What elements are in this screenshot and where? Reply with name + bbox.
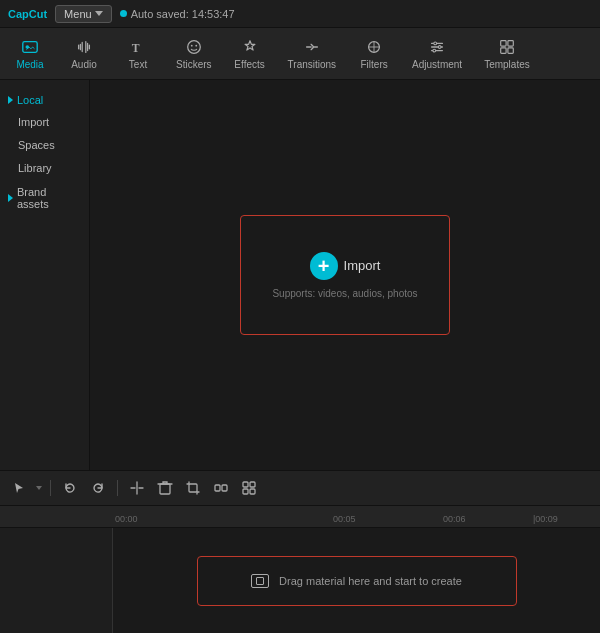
toolbar-item-adjustment[interactable]: Adjustment (402, 33, 472, 74)
svg-rect-16 (215, 485, 220, 491)
toolbar-item-effects[interactable]: Effects (224, 33, 276, 74)
app-logo: CapCut (8, 8, 47, 20)
local-section-label: Local (17, 94, 43, 106)
split-button[interactable] (126, 477, 148, 499)
menu-button[interactable]: Menu (55, 5, 112, 23)
transitions-label: Transitions (288, 59, 337, 70)
media-drop-area: + Import Supports: videos, audios, photo… (90, 80, 600, 470)
svg-rect-15 (189, 484, 197, 492)
ruler-marks: 00:00 00:05 00:06 |00:09 (113, 506, 600, 527)
menu-chevron-icon (95, 11, 103, 16)
svg-rect-14 (160, 484, 170, 494)
auto-save-indicator: Auto saved: 14:53:47 (120, 8, 235, 20)
text-icon: T (128, 37, 148, 57)
drag-material-icon (251, 574, 269, 588)
filters-icon (364, 37, 384, 57)
svg-point-4 (191, 45, 193, 47)
ruler-mark-2: 00:06 (443, 514, 466, 524)
ruler-mark-3: |00:09 (533, 514, 558, 524)
toolbar-item-stickers[interactable]: Stickers (166, 33, 222, 74)
main-toolbar: Media Audio T Text Stickers (0, 28, 600, 80)
sidebar-local-section: Local Import Spaces Library (0, 88, 89, 182)
local-chevron-icon (8, 96, 13, 104)
timeline-body: Drag material here and start to create (0, 528, 600, 633)
svg-rect-17 (222, 485, 227, 491)
svg-rect-21 (250, 489, 255, 494)
delete-clip-button[interactable] (154, 477, 176, 499)
import-icon-row: + Import (310, 252, 381, 280)
stickers-icon (184, 37, 204, 57)
import-plus-icon: + (310, 252, 338, 280)
title-bar: CapCut Menu Auto saved: 14:53:47 (0, 0, 600, 28)
svg-rect-11 (508, 41, 513, 46)
toolbar-item-audio[interactable]: Audio (58, 33, 110, 74)
stickers-label: Stickers (176, 59, 212, 70)
svg-rect-13 (508, 48, 513, 53)
sidebar-local-header[interactable]: Local (0, 90, 89, 110)
svg-point-3 (187, 41, 200, 54)
templates-icon (497, 37, 517, 57)
media-label: Media (16, 59, 43, 70)
sidebar: Local Import Spaces Library Brand assets (0, 80, 90, 470)
filters-label: Filters (360, 59, 387, 70)
brand-chevron-icon (8, 194, 13, 202)
sidebar-item-import[interactable]: Import (4, 111, 85, 133)
drag-drop-label: Drag material here and start to create (279, 575, 462, 587)
sidebar-item-spaces[interactable]: Spaces (4, 134, 85, 156)
cursor-dropdown-icon[interactable] (36, 486, 42, 490)
toolbar-item-templates[interactable]: Templates (474, 33, 540, 74)
effects-label: Effects (234, 59, 264, 70)
ruler-mark-0: 00:00 (115, 514, 138, 524)
svg-text:T: T (132, 42, 140, 55)
templates-label: Templates (484, 59, 530, 70)
toolbar-item-text[interactable]: T Text (112, 33, 164, 74)
cursor-tool-button[interactable] (8, 477, 30, 499)
svg-rect-12 (501, 48, 506, 53)
import-label: Import (344, 258, 381, 273)
timeline-track-labels (0, 528, 113, 633)
crop-button[interactable] (182, 477, 204, 499)
transitions-icon (302, 37, 322, 57)
svg-point-8 (438, 46, 441, 49)
svg-rect-0 (23, 42, 37, 53)
main-content: Local Import Spaces Library Brand assets… (0, 80, 600, 470)
drag-drop-zone[interactable]: Drag material here and start to create (197, 556, 517, 606)
effects-icon (240, 37, 260, 57)
import-sublabel: Supports: videos, audios, photos (272, 288, 417, 299)
sidebar-item-library[interactable]: Library (4, 157, 85, 179)
svg-rect-10 (501, 41, 506, 46)
text-label: Text (129, 59, 147, 70)
timeline-track-area[interactable]: Drag material here and start to create (113, 528, 600, 633)
audio-icon (74, 37, 94, 57)
import-box[interactable]: + Import Supports: videos, audios, photo… (240, 215, 450, 335)
timeline-ruler: 00:00 00:05 00:06 |00:09 (0, 506, 600, 528)
divider-2 (117, 480, 118, 496)
media-icon (20, 37, 40, 57)
auto-save-dot-icon (120, 10, 127, 17)
svg-rect-20 (243, 489, 248, 494)
toolbar-item-transitions[interactable]: Transitions (278, 33, 347, 74)
divider-1 (50, 480, 51, 496)
svg-rect-18 (243, 482, 248, 487)
sidebar-brand-assets[interactable]: Brand assets (0, 182, 89, 214)
toolbar-item-media[interactable]: Media (4, 33, 56, 74)
freeze-button[interactable] (210, 477, 232, 499)
redo-button[interactable] (87, 477, 109, 499)
brand-assets-label: Brand assets (17, 186, 81, 210)
adjustment-label: Adjustment (412, 59, 462, 70)
audio-label: Audio (71, 59, 97, 70)
svg-point-5 (195, 45, 197, 47)
undo-button[interactable] (59, 477, 81, 499)
toolbar-item-filters[interactable]: Filters (348, 33, 400, 74)
svg-rect-19 (250, 482, 255, 487)
timeline-controls (0, 470, 600, 506)
svg-point-7 (434, 42, 437, 45)
adjustment-icon (427, 37, 447, 57)
svg-point-9 (433, 49, 436, 52)
ruler-mark-1: 00:05 (333, 514, 356, 524)
more-tools-button[interactable] (238, 477, 260, 499)
